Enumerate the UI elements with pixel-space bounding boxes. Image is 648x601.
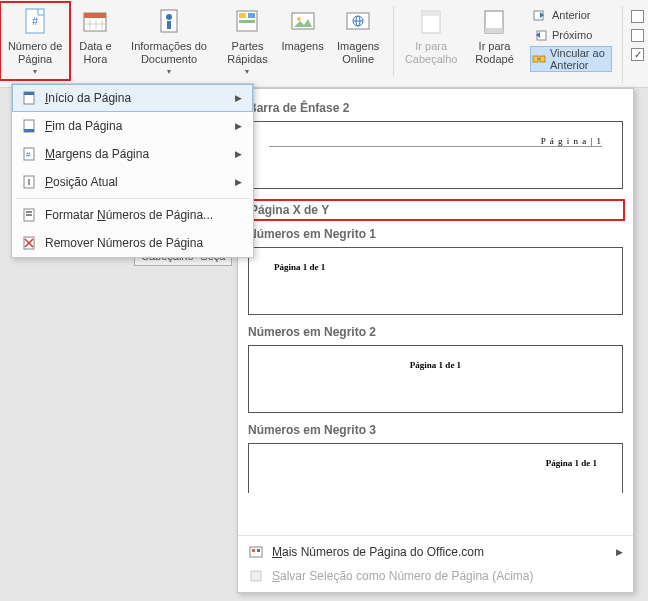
preview-text: Página 1 de 1 [410,360,461,370]
dropdown-item-label: Início da Página [45,91,131,105]
gallery-item-negrito-1[interactable]: Página 1 de 1 [248,247,623,315]
gallery-item-negrito-2[interactable]: Página 1 de 1 [248,345,623,413]
svg-rect-39 [26,211,32,213]
svg-rect-40 [26,214,32,216]
dropdown-format-numbers[interactable]: Formatar Números de Página... [12,201,253,229]
link-previous-icon [532,51,546,67]
preview-text: Página 1 de 1 [546,458,597,468]
save-selection-button: Salvar Seleção como Número de Página (Ac… [246,564,625,588]
online-images-label: Imagens Online [335,40,382,66]
submenu-arrow-icon: ▶ [235,93,242,103]
page-number-button[interactable]: # Número de Página ▾ [0,2,70,80]
checkbox-2[interactable] [631,29,644,42]
images-button[interactable]: Imagens [278,2,328,57]
link-previous-button[interactable]: Vincular ao Anterior [530,46,612,72]
online-images-icon [342,6,374,38]
svg-point-9 [166,14,172,20]
caret-icon: ▾ [33,67,37,76]
svg-rect-31 [24,92,34,95]
ribbon: # Número de Página ▾ Data e Hora Informa… [0,0,648,88]
next-button[interactable]: Próximo [530,26,612,44]
dropdown-separator [16,198,249,199]
ribbon-separator [393,6,394,76]
svg-rect-33 [24,129,34,132]
bottom-page-icon [21,118,37,134]
previous-label: Anterior [552,9,591,21]
gallery-section-pagina-x-de-y: Página X de Y [244,199,625,221]
ribbon-group-insert: # Número de Página ▾ Data e Hora Informa… [0,2,524,80]
date-time-icon [79,6,111,38]
svg-text:#: # [26,150,31,159]
office-icon [248,544,264,560]
caret-icon: ▾ [245,67,249,76]
date-time-button[interactable]: Data e Hora [70,2,120,70]
previous-button[interactable]: Anterior [530,6,612,24]
dropdown-item-label: Remover Números de Página [45,236,203,250]
margins-icon: # [21,146,37,162]
svg-rect-46 [257,549,260,552]
ribbon-separator [622,6,623,83]
online-images-button[interactable]: Imagens Online [328,2,389,70]
submenu-arrow-icon: ▶ [616,547,623,557]
svg-rect-45 [252,549,255,552]
goto-footer-icon [478,6,510,38]
dropdown-page-margins[interactable]: # Margens da Página ▶ [12,140,253,168]
preview-text: Página 1 de 1 [274,262,325,272]
checkbox-column: ✓ [627,2,648,69]
page-number-icon: # [19,6,51,38]
svg-rect-3 [84,13,106,18]
preview-text: P á g i n a | 1 [541,136,602,146]
gallery-scroll-area[interactable]: Barra de Ênfase 2 P á g i n a | 1 Página… [238,89,633,535]
gallery-item-barra-enfase-2[interactable]: P á g i n a | 1 [248,121,623,189]
next-label: Próximo [552,29,592,41]
submenu-arrow-icon: ▶ [235,177,242,187]
checkbox-3[interactable]: ✓ [631,48,644,61]
dropdown-item-label: Margens da Página [45,147,149,161]
doc-info-button[interactable]: Informações do Documento ▾ [121,2,218,80]
checkbox-1[interactable] [631,10,644,23]
dropdown-item-label: Formatar Números de Página... [45,208,213,222]
dropdown-bottom-of-page[interactable]: Fim da Página ▶ [12,112,253,140]
svg-point-16 [297,17,301,21]
dropdown-remove-numbers[interactable]: Remover Números de Página [12,229,253,257]
svg-rect-47 [251,571,261,581]
page-number-label: Número de Página [7,40,63,66]
quick-parts-button[interactable]: Partes Rápidas ▾ [217,2,277,80]
page-number-gallery: Barra de Ênfase 2 P á g i n a | 1 Página… [237,88,634,593]
nav-column: Anterior Próximo Vincular ao Anterior [524,2,618,76]
remove-icon [21,235,37,251]
caret-icon: ▾ [167,67,171,76]
dropdown-top-of-page[interactable]: Início da Página ▶ [12,84,253,112]
quick-parts-icon [231,6,263,38]
format-icon [21,207,37,223]
svg-rect-27 [533,56,538,62]
submenu-arrow-icon: ▶ [235,121,242,131]
goto-header-label: Ir para Cabeçalho [404,40,458,66]
next-icon [532,27,548,43]
svg-rect-12 [239,13,246,18]
goto-footer-button[interactable]: Ir para Rodapé [465,2,524,70]
submenu-arrow-icon: ▶ [235,149,242,159]
dropdown-item-label: Posição Atual [45,175,118,189]
dropdown-current-position[interactable]: Posição Atual ▶ [12,168,253,196]
more-label: Mais Números de Página do Office.com [272,545,484,559]
goto-header-button[interactable]: Ir para Cabeçalho [397,2,465,70]
gallery-section-negrito-1: Números em Negrito 1 [248,227,623,241]
page-number-dropdown: Início da Página ▶ Fim da Página ▶ # Mar… [11,83,254,258]
gallery-section-negrito-2: Números em Negrito 2 [248,325,623,339]
svg-rect-24 [485,28,503,33]
date-time-label: Data e Hora [77,40,113,66]
gallery-item-negrito-3[interactable]: Página 1 de 1 [248,443,623,493]
gallery-footer: Mais Números de Página do Office.com ▶ S… [238,535,633,592]
svg-rect-14 [239,20,255,23]
quick-parts-label: Partes Rápidas [224,40,270,66]
gallery-section-negrito-3: Números em Negrito 3 [248,423,623,437]
position-icon [21,174,37,190]
top-page-icon [21,90,37,106]
gallery-section-barra-enfase-2: Barra de Ênfase 2 [248,101,623,115]
more-from-office-button[interactable]: Mais Números de Página do Office.com ▶ [246,540,625,564]
svg-rect-22 [422,11,440,16]
svg-rect-13 [248,13,255,18]
previous-icon [532,7,548,23]
doc-info-label: Informações do Documento [128,40,211,66]
